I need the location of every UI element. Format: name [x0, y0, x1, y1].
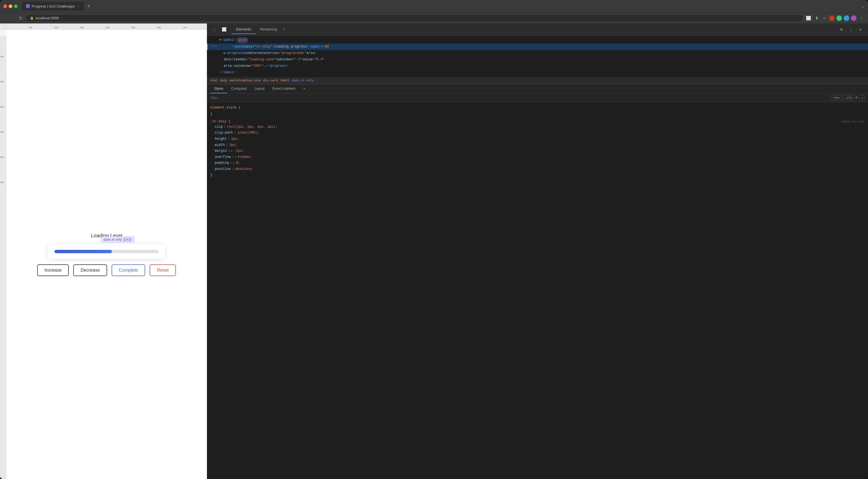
toggle-changes-button[interactable]: ◁: [859, 95, 865, 101]
styles-tabs-more[interactable]: »: [300, 85, 309, 93]
more-icon: ⋮: [849, 27, 853, 32]
tree-progress-line-2[interactable]: describedby="loading-zone" tabindex="-1"…: [207, 57, 868, 63]
tab-rendering[interactable]: Rendering: [256, 25, 281, 34]
bookmark-icon[interactable]: ☆: [822, 14, 828, 22]
path-label[interactable]: label: [280, 79, 289, 82]
path-div[interactable]: div.card: [263, 79, 278, 82]
reset-button[interactable]: Reset: [150, 264, 176, 276]
tree-label-line[interactable]: ▼ <label> grid: [207, 37, 868, 43]
complete-button[interactable]: Complete: [112, 264, 145, 276]
progress-card: span.sr-only 1 × 1: [48, 244, 165, 259]
new-tab-button[interactable]: +: [85, 3, 92, 9]
styles-filter-bar: :hov .cls + ◁: [207, 94, 868, 102]
add-style-rule-button[interactable]: +: [855, 95, 858, 101]
path-span[interactable]: span.sr-only: [292, 79, 314, 82]
style-prop-position: position : absolute;: [210, 166, 865, 172]
back-button[interactable]: ‹: [3, 14, 8, 22]
settings-icon: ⚙: [840, 27, 842, 32]
tab-elements[interactable]: Elements: [231, 25, 256, 34]
inspect-element-button[interactable]: ⬚: [210, 25, 219, 34]
close-icon: ✕: [859, 27, 862, 32]
styles-tab-layout[interactable]: Layout: [251, 85, 269, 93]
element-style-close: }: [210, 111, 865, 117]
extension-icon-3[interactable]: [844, 15, 849, 21]
buttons-row: Increase Decrease Complete Reset: [37, 264, 176, 276]
ruler-mark-v100: 100: [0, 55, 4, 58]
increase-button[interactable]: Increase: [37, 264, 69, 276]
reload-button[interactable]: ↻: [17, 14, 24, 22]
devtools-settings-button[interactable]: ⚙: [837, 25, 846, 34]
close-window-button[interactable]: [3, 4, 7, 8]
ruler-mark-v300: 300: [0, 106, 4, 108]
style-prop-overflow: overflow : ▶ hidden;: [210, 154, 865, 160]
ruler-mark-400: 400: [106, 26, 109, 29]
sr-only-rule-block: .sr-only { index.css:111 clip : rect(1px…: [210, 120, 865, 178]
element-style-selector: element.style {: [210, 105, 865, 111]
window-chevron-icon[interactable]: ⌄: [861, 4, 865, 8]
style-source: index.css:111: [841, 120, 865, 123]
tab-title: Progress | GUI Challenges: [32, 4, 75, 8]
path-main[interactable]: main#loading-zone: [229, 79, 261, 82]
tree-progress-line-3[interactable]: aria-valuenow="40%" > … </progress>: [207, 63, 868, 69]
inspect-icon: ⬚: [213, 27, 216, 32]
main-content: 100 200 300 400 500 600 700 100 200 300 …: [0, 24, 868, 479]
styles-tab-event-listeners[interactable]: Event Listeners: [269, 85, 300, 93]
devtools-body: ▼ <label> grid ••• <span clas: [207, 36, 868, 479]
sr-only-close-brace: }: [210, 172, 865, 178]
traffic-lights: [3, 4, 18, 8]
ruler-left: 100 200 300 400 500 600: [0, 36, 6, 479]
tree-span-line[interactable]: ••• <span class="sr-only" > Loading prog…: [207, 43, 868, 50]
ruler-mark-v500: 500: [0, 156, 4, 158]
styles-tab-computed[interactable]: Computed: [227, 85, 251, 93]
address-text: localhost:3000: [35, 16, 59, 20]
ruler-mark-100: 100: [29, 26, 32, 29]
more-menu-icon[interactable]: ⋮: [858, 14, 865, 22]
download-icon[interactable]: ⬇: [814, 14, 820, 22]
ruler-mark-700: 700: [183, 26, 187, 29]
tree-close-label-line[interactable]: </label>: [207, 69, 868, 76]
devtools-tabs-more[interactable]: »: [281, 25, 287, 34]
html-tree-panel: ▼ <label> grid ••• <span clas: [207, 36, 868, 85]
style-prop-clip: clip : rect(1px, 1px, 1px, 1px);: [210, 124, 865, 130]
devtools-more-button[interactable]: ⋮: [847, 25, 855, 34]
lock-icon: 🔒: [30, 16, 34, 20]
tooltip-dims: 1 × 1: [123, 237, 132, 242]
device-icon: ⬜: [222, 27, 226, 32]
extension-icon-4[interactable]: [851, 15, 857, 21]
ruler-mark-v600: 600: [0, 181, 4, 184]
device-toolbar-button[interactable]: ⬜: [220, 25, 228, 34]
tree-progress-line-1[interactable]: ▶ <progress indeterminate role="progress…: [207, 50, 868, 57]
close-tab-button[interactable]: ×: [76, 4, 80, 8]
forward-button[interactable]: ›: [10, 14, 15, 22]
path-html[interactable]: html: [210, 79, 218, 82]
extension-icon-2[interactable]: [836, 15, 842, 21]
page-content: Loading Level span.sr-only 1 × 1: [6, 30, 207, 479]
path-body[interactable]: body: [220, 79, 227, 82]
styles-filter-input[interactable]: [210, 96, 828, 100]
decrease-button[interactable]: Decrease: [73, 264, 107, 276]
filter-cls-pill[interactable]: .cls: [842, 95, 854, 101]
filter-hov-pill[interactable]: :hov: [830, 95, 841, 101]
devtools-right-controls: ⚙ ⋮ ✕: [837, 25, 865, 34]
maximize-window-button[interactable]: [14, 4, 18, 8]
ruler-mark-300: 300: [80, 26, 84, 29]
element-path: html body main#loading-zone div.card lab…: [207, 77, 868, 84]
ruler-mark-500: 500: [131, 26, 135, 29]
devtools-tabs: Elements Rendering »: [231, 25, 836, 34]
progress-bar-container: [55, 250, 159, 253]
filter-pills: :hov .cls + ◁: [830, 95, 865, 101]
address-bar[interactable]: 🔒 localhost:3000: [27, 15, 803, 21]
devtools-panel: ⬚ ⬜ Elements Rendering » ⚙: [207, 24, 868, 479]
style-prop-margin: margin : ▶ -1px;: [210, 148, 865, 154]
active-tab[interactable]: Progress | GUI Challenges ×: [22, 2, 84, 11]
html-tree: ▼ <label> grid ••• <span clas: [207, 36, 868, 77]
share-icon[interactable]: ⬜: [805, 14, 812, 22]
nav-bar: ‹ › ↻ 🔒 localhost:3000 ⬜ ⬇ ☆ ⋮: [0, 12, 868, 24]
style-prop-padding: padding : ▶ 0;: [210, 160, 865, 166]
browser-window: Progress | GUI Challenges × + ⌄ ‹ › ↻ 🔒 …: [0, 0, 868, 479]
extension-icon-1[interactable]: [829, 15, 835, 21]
devtools-header: ⬚ ⬜ Elements Rendering » ⚙: [207, 24, 868, 36]
minimize-window-button[interactable]: [9, 4, 12, 8]
styles-tab-styles[interactable]: Styles: [210, 85, 227, 93]
devtools-close-button[interactable]: ✕: [856, 25, 865, 34]
